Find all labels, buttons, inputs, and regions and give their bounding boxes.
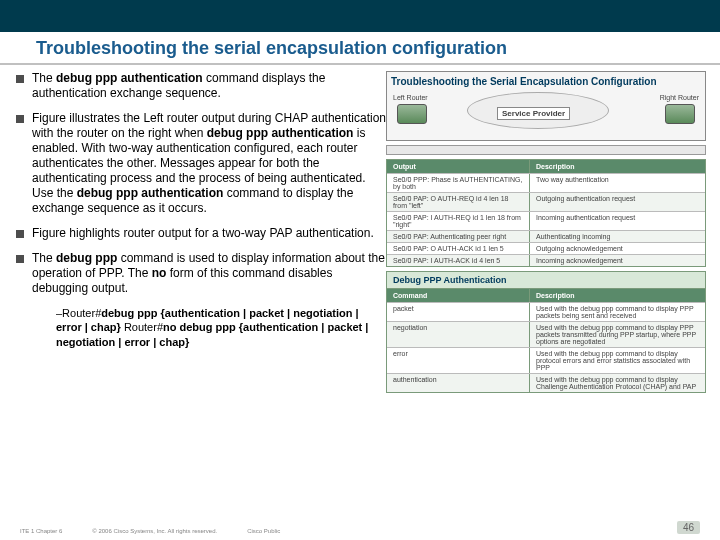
diagram-title: Troubleshooting the Serial Encapsulation… [391, 76, 701, 87]
network-diagram: Troubleshooting the Serial Encapsulation… [386, 71, 706, 141]
footer-copyright: © 2006 Cisco Systems, Inc. All rights re… [92, 528, 217, 534]
bullet-marker [16, 75, 24, 83]
terminal-output [386, 145, 706, 155]
table-row: Se0/0 PPP: Phase is AUTHENTICATING, by b… [387, 173, 705, 192]
right-column: Troubleshooting the Serial Encapsulation… [386, 71, 706, 397]
right-router-icon [665, 104, 695, 124]
bullet-3: Figure highlights router output for a tw… [16, 226, 386, 241]
table-row: packetUsed with the debug ppp command to… [387, 302, 705, 321]
top-bar [0, 0, 720, 32]
output-table: OutputDescription Se0/0 PPP: Phase is AU… [386, 159, 706, 267]
footer-chapter: ITE 1 Chapter 6 [20, 528, 62, 534]
sub-bullet: –Router#debug ppp {authentication | pack… [56, 306, 386, 349]
bullet-1: The debug ppp authentication command dis… [16, 71, 386, 101]
bullet-marker [16, 255, 24, 263]
table-row: authenticationUsed with the debug ppp co… [387, 373, 705, 392]
slide-title: Troubleshooting the serial encapsulation… [0, 32, 720, 65]
table-row: Se0/0 PAP: O AUTH-REQ id 4 len 18 from "… [387, 192, 705, 211]
table-header: OutputDescription [387, 160, 705, 173]
footer: ITE 1 Chapter 6 © 2006 Cisco Systems, In… [0, 528, 720, 534]
page-number: 46 [677, 521, 700, 534]
slide: Troubleshooting the serial encapsulation… [0, 0, 720, 540]
bullet-2: Figure illustrates the Left router outpu… [16, 111, 386, 216]
table-row: Se0/0 PAP: Authenticating peer rightAuth… [387, 230, 705, 242]
bullet-4: The debug ppp command is used to display… [16, 251, 386, 296]
table-row: negotiationUsed with the debug ppp comma… [387, 321, 705, 347]
table-row: Se0/0 PAP: O AUTH-ACK id 1 len 5Outgoing… [387, 242, 705, 254]
left-router-icon [397, 104, 427, 124]
content-area: The debug ppp authentication command dis… [0, 71, 720, 397]
left-router-label: Left Router [393, 94, 428, 101]
bullet-marker [16, 115, 24, 123]
service-provider-label: Service Provider [497, 107, 570, 120]
bullet-marker [16, 230, 24, 238]
table-row: Se0/0 PAP: I AUTH-REQ id 1 len 18 from "… [387, 211, 705, 230]
table-row: Se0/0 PAP: I AUTH-ACK id 4 len 5Incoming… [387, 254, 705, 266]
command-table: CommandDescription packetUsed with the d… [386, 288, 706, 393]
left-column: The debug ppp authentication command dis… [16, 71, 386, 397]
debug-table-title: Debug PPP Authentication [386, 271, 706, 288]
table-row: errorUsed with the debug ppp command to … [387, 347, 705, 373]
footer-public: Cisco Public [247, 528, 280, 534]
table-header: CommandDescription [387, 289, 705, 302]
right-router-label: Right Router [660, 94, 699, 101]
